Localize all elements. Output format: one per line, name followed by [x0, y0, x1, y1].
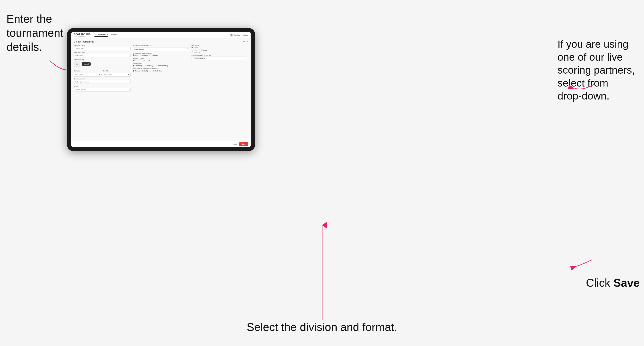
tag-remove-icon[interactable]: × [206, 58, 206, 59]
radio-match-circle [144, 65, 146, 66]
annotation-bottom: Select the division and format. [247, 320, 397, 334]
radio-individuals-circle [150, 70, 151, 72]
sponsor-input[interactable] [74, 80, 130, 84]
format-6count4-label: 6 count 4 [194, 49, 200, 51]
rounds-3[interactable]: 3 [142, 60, 145, 61]
individuals-label: Individuals Only [152, 70, 162, 72]
tournament-host-input[interactable] [74, 47, 130, 50]
logo-main: SCOREBOARD [74, 33, 90, 36]
live-scoring-label: Use third-party live scoring API? [192, 55, 248, 56]
arrow-save [536, 238, 644, 303]
radio-6c4-circle [192, 49, 193, 51]
scoring-radio-group: Stroke Play Match Play Medal Match Play [133, 65, 189, 66]
rounds-1[interactable]: 1 [133, 60, 136, 61]
format-other[interactable]: Other [201, 49, 207, 51]
format-right: Other [201, 49, 207, 51]
live-scoring-group: Use third-party live scoring API? Leader… [192, 55, 248, 60]
individuals-only[interactable]: Individuals Only [150, 70, 162, 72]
format-6count5[interactable]: 6 count 5 [192, 51, 200, 53]
radio-1-circle [133, 60, 134, 61]
rounds-radio-group: 1 2 3 4 [133, 60, 189, 61]
cancel-button[interactable]: Cancel [232, 142, 237, 146]
nav-right: 👤 Test User | Sign out [230, 34, 248, 37]
leaderboard-king-value: Leaderboard King [194, 58, 205, 59]
rounds-3-label: 3 [144, 60, 145, 61]
logo-sub: Powered by Clippit [74, 36, 90, 37]
radio-stroke-circle [133, 65, 134, 66]
live-scoring-chevron: ▾ [246, 58, 247, 59]
venue-input[interactable] [74, 88, 130, 92]
rounds-label: Number of rounds [133, 58, 189, 59]
gender-womens[interactable]: Womens [140, 54, 148, 56]
scoring-match-label: Match Play [146, 65, 153, 66]
nav-bar: SCOREBOARD Powered by Clippit TOURNAMENT… [71, 32, 251, 38]
tournament-logo-group: Tournament logo 🖼 Upload [74, 59, 130, 67]
teams-label: Is this event for Teams and/or Individua… [133, 68, 189, 69]
main-content: Create Tournament < Back Tournament Host… [71, 38, 251, 141]
scoring-stroke[interactable]: Stroke Play [133, 65, 142, 66]
date-group: Start date 📅 End date 📅 [74, 68, 130, 77]
radio-3-circle [142, 60, 144, 61]
radio-2-circle [138, 60, 139, 61]
tablet-screen: SCOREBOARD Powered by Clippit TOURNAMENT… [71, 32, 251, 147]
gender-combined[interactable]: Combined [150, 54, 158, 56]
tab-teams[interactable]: TEAMS [111, 33, 117, 37]
rounds-2-label: 2 [140, 60, 140, 61]
format-other-label: Other [204, 49, 207, 51]
end-date-group: End date 📅 [103, 68, 130, 77]
back-link[interactable]: < Back [243, 41, 248, 43]
user-label: Test User | [234, 34, 241, 36]
start-date-input[interactable] [74, 73, 102, 77]
venue-label: Venue [74, 85, 130, 87]
form-footer: Cancel Save [71, 141, 251, 147]
venue-group: Venue ▾ [74, 85, 130, 92]
division-select[interactable]: NCAA Division I [133, 47, 189, 51]
tournament-host-label: Tournament Host [74, 45, 130, 46]
gender-mens[interactable]: Mens [133, 54, 138, 56]
logo-upload-area: 🖼 Upload [74, 61, 130, 67]
radio-mens-circle [133, 54, 134, 56]
scoring-medal[interactable]: Medal Match Play [154, 65, 168, 66]
sponsor-group: Sponsor (optional) [74, 78, 130, 84]
annotation-topleft: Enter the tournament details. [6, 12, 63, 54]
annotation-bottomright: Click Save [586, 276, 640, 290]
save-button[interactable]: Save [239, 142, 248, 146]
scoring-medal-label: Medal Match Play [157, 65, 168, 66]
scoring-stroke-label: Stroke Play [135, 65, 142, 66]
form-col-1: Tournament Host Tournament name Tourname… [74, 45, 130, 92]
sponsor-label: Sponsor (optional) [74, 78, 130, 80]
format-left: 5 count 4 6 count 4 6 count 5 [192, 47, 200, 53]
teams-group: Is this event for Teams and/or Individua… [133, 68, 189, 72]
live-scoring-select[interactable]: Leaderboard King × ▾ [192, 57, 248, 60]
gender-radio-group: Mens Womens Combined [133, 54, 189, 56]
upload-button[interactable]: Upload [82, 62, 91, 66]
tournament-name-input[interactable] [74, 54, 130, 57]
rounds-2[interactable]: 2 [138, 60, 140, 61]
radio-combined-circle [150, 54, 151, 56]
format-label: Format type [192, 45, 248, 46]
gender-womens-label: Womens [142, 55, 148, 56]
nav-tabs: TOURNAMENTS TEAMS [94, 33, 230, 37]
format-6count4[interactable]: 6 count 4 [192, 49, 200, 51]
teams-radio-group: Teams (+Individuals) Individuals Only [133, 70, 189, 72]
signout-link[interactable]: Sign out [242, 34, 248, 36]
tournament-name-label: Tournament name [74, 52, 130, 53]
scoring-group: Scoring system Stroke Play Match Play [133, 63, 189, 66]
gender-label: Which gender is the event for? [133, 52, 189, 54]
rounds-4[interactable]: 4 [147, 60, 150, 61]
tab-tournaments[interactable]: TOURNAMENTS [94, 33, 108, 37]
tournament-logo-label: Tournament logo [74, 59, 130, 60]
rounds-group: Number of rounds 1 2 [133, 58, 189, 61]
nav-logo: SCOREBOARD Powered by Clippit [74, 33, 90, 37]
radio-teams-circle [133, 70, 134, 72]
dropdown-icon: ▾ [129, 88, 130, 90]
scoring-match[interactable]: Match Play [144, 65, 153, 66]
end-date-input[interactable] [103, 73, 130, 77]
radio-medal-circle [154, 65, 156, 66]
radio-4-circle [147, 60, 148, 61]
leaderboard-king-tag: Leaderboard King × [193, 57, 207, 59]
scoring-label: Scoring system [133, 63, 189, 64]
format-5count4[interactable]: 5 count 4 [192, 47, 200, 48]
teams-plus-individuals[interactable]: Teams (+Individuals) [133, 70, 148, 72]
arrow-bottom [290, 216, 354, 325]
